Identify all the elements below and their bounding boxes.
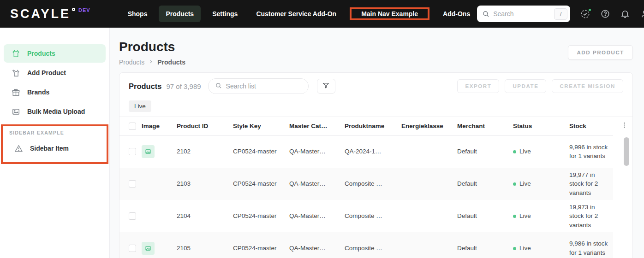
annotation-highlight-box: Main Nav Example	[350, 7, 429, 20]
column-header-merchant[interactable]: Merchant	[457, 117, 513, 135]
status-dot-icon	[513, 247, 516, 250]
row-checkbox-cell	[119, 135, 142, 168]
product-name-cell: Composite …	[345, 200, 401, 232]
logo-ring-icon	[72, 8, 75, 11]
export-button[interactable]: EXPORT	[457, 79, 499, 93]
table-scrollbar-thumb[interactable]	[624, 137, 629, 166]
products-table: ImageProduct IDStyle KeyMaster Cat…Produ…	[119, 117, 613, 258]
master-category-cell: QA-Master…	[289, 232, 345, 258]
product-id-cell: 2103	[177, 168, 233, 200]
create-mission-button[interactable]: CREATE MISSION	[552, 79, 623, 93]
column-header-master-cat-[interactable]: Master Cat…	[289, 117, 345, 135]
sidebar-item-brands[interactable]: Brands	[4, 83, 106, 101]
account-menu[interactable]	[640, 9, 644, 19]
sidebar-section-label: SIDEBAR EXAMPLE	[9, 130, 107, 135]
merchant-cell: Default	[457, 232, 513, 258]
scayle-logo[interactable]: SCAYLE DEV	[10, 7, 90, 21]
stock-cell: 19,973 in stock for 2 variants	[569, 200, 613, 232]
merchant-cell: Default	[457, 200, 513, 232]
image-icon	[12, 107, 20, 116]
nav-item-products[interactable]: Products	[159, 6, 201, 22]
topbar: SCAYLE DEV ShopsProductsSettingsCustomer…	[0, 0, 644, 28]
energy-class-cell	[401, 135, 457, 168]
table-row[interactable]: 2102CP0524-masterQA-Master…QA-2024-1…Def…	[119, 135, 613, 168]
table-row[interactable]: 2103CP0524-masterQA-Master…Composite …De…	[119, 168, 613, 200]
energy-class-cell	[401, 168, 457, 200]
column-header-style-key[interactable]: Style Key	[233, 117, 289, 135]
row-checkbox[interactable]	[129, 212, 136, 220]
status-dot-icon	[513, 215, 516, 218]
style-key-cell: CP0524-master	[233, 135, 289, 168]
nav-item-shops[interactable]: Shops	[121, 6, 155, 22]
breadcrumb-item[interactable]: Products	[119, 59, 144, 66]
list-search-input[interactable]	[226, 82, 302, 90]
sidebar: ProductsAdd ProductBrandsBulk Media Uplo…	[0, 28, 110, 258]
global-search[interactable]: /	[477, 6, 570, 22]
product-id-cell: 2104	[177, 200, 233, 232]
table-row[interactable]: 2104CP0524-masterQA-Master…Composite …De…	[119, 200, 613, 232]
select-all-checkbox[interactable]	[129, 123, 136, 130]
notifications-icon[interactable]	[620, 9, 630, 19]
help-icon[interactable]	[600, 9, 610, 19]
sidebar-item-sidebar-item[interactable]: Sidebar Item	[6, 139, 103, 158]
update-button[interactable]: UPDATE	[505, 79, 546, 93]
master-category-cell: QA-Master…	[289, 168, 345, 200]
column-settings-kebab-icon[interactable]	[621, 122, 628, 130]
status-dot-icon	[513, 150, 516, 153]
row-checkbox[interactable]	[129, 148, 136, 155]
status-label: Live	[519, 179, 531, 188]
logo-text: SCAYLE	[10, 7, 71, 21]
header-checkbox-cell	[119, 117, 142, 135]
status-badge: Live	[513, 211, 566, 221]
sidebar-item-label: Sidebar Item	[30, 145, 69, 152]
status-icon[interactable]	[580, 9, 590, 19]
image-cell	[142, 232, 177, 258]
nav-item-main-nav-example[interactable]: Main Nav Example	[354, 6, 425, 22]
row-checkbox-cell	[119, 200, 142, 232]
nav-item-settings[interactable]: Settings	[205, 6, 244, 22]
style-key-cell: CP0524-master	[233, 232, 289, 258]
global-search-input[interactable]	[493, 10, 550, 18]
sidebar-item-bulk-media-upload[interactable]: Bulk Media Upload	[4, 102, 106, 121]
add-product-button[interactable]: ADD PRODUCT	[568, 45, 633, 60]
column-header-stock[interactable]: Stock	[569, 117, 613, 135]
status-cell: Live	[513, 135, 569, 168]
stock-cell: 9,986 in stock for 1 variants	[569, 232, 613, 258]
column-header-product-id[interactable]: Product ID	[177, 117, 233, 135]
column-header-status[interactable]: Status	[513, 117, 569, 135]
sidebar-item-label: Bulk Media Upload	[27, 108, 85, 115]
list-search[interactable]	[208, 78, 309, 94]
filter-button[interactable]	[317, 79, 335, 94]
search-icon	[482, 10, 489, 18]
funnel-icon	[322, 82, 330, 91]
page-title: Products	[119, 40, 185, 54]
nav-item-add-ons[interactable]: Add-Ons	[436, 6, 477, 22]
dev-badge: DEV	[78, 7, 90, 13]
status-green-dot	[588, 8, 592, 12]
live-filter-chip[interactable]: Live	[129, 100, 151, 112]
column-header-produktname[interactable]: Produktname	[345, 117, 401, 135]
sidebar-item-products[interactable]: Products	[4, 44, 106, 63]
table-row[interactable]: 2105CP0524-masterQA-Master…Composite …De…	[119, 232, 613, 258]
product-id-cell: 2105	[177, 232, 233, 258]
sidebar-item-add-product[interactable]: Add Product	[4, 64, 106, 82]
column-header-energieklasse[interactable]: Energieklasse	[401, 117, 457, 135]
table-scrollbar[interactable]	[624, 137, 629, 258]
merchant-cell: Default	[457, 168, 513, 200]
product-name-cell: QA-2024-1…	[345, 135, 401, 168]
column-header-image[interactable]: Image	[142, 117, 177, 135]
row-checkbox[interactable]	[129, 245, 136, 252]
nav-item-customer-service-add-on[interactable]: Customer Service Add-On	[249, 6, 343, 22]
row-checkbox[interactable]	[129, 180, 136, 188]
status-badge: Live	[513, 147, 566, 156]
main-content: Products Products Products ADD PRODUCT P…	[110, 28, 644, 258]
sidebar-item-label: Add Product	[27, 69, 66, 76]
breadcrumb: Products Products	[119, 59, 185, 66]
energy-class-cell	[401, 232, 457, 258]
main-nav: ShopsProductsSettingsCustomer Service Ad…	[121, 6, 477, 22]
status-label: Live	[519, 211, 531, 221]
style-key-cell: CP0524-master	[233, 200, 289, 232]
sidebar-item-label: Products	[27, 50, 55, 57]
status-cell: Live	[513, 232, 569, 258]
tshirt-add-icon	[12, 69, 20, 77]
